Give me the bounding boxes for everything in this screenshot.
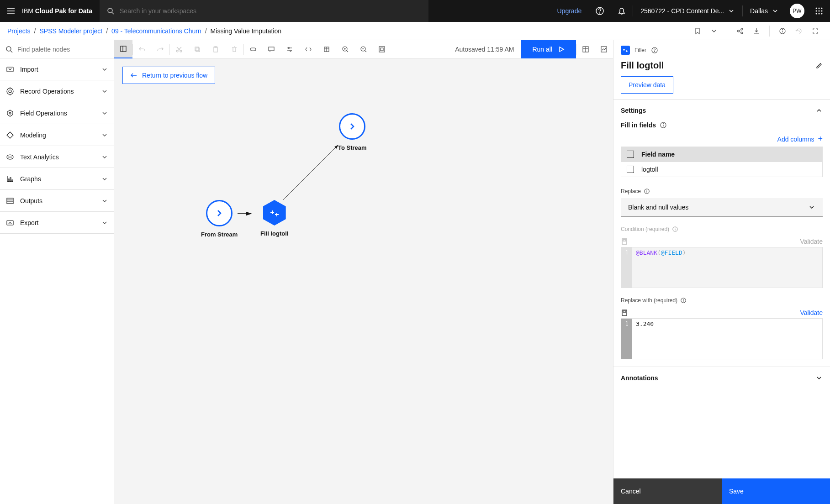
palette-outputs[interactable]: Outputs xyxy=(0,190,114,212)
global-search[interactable] xyxy=(100,0,428,22)
svg-point-24 xyxy=(6,47,11,51)
download-icon[interactable] xyxy=(749,24,764,38)
palette-search[interactable] xyxy=(0,40,114,58)
chevron-down-icon[interactable] xyxy=(707,24,721,38)
help-icon[interactable] xyxy=(589,0,611,22)
cancel-button[interactable]: Cancel xyxy=(613,478,722,504)
zoom-in-icon[interactable] xyxy=(336,40,354,58)
edit-icon[interactable] xyxy=(815,62,823,69)
palette-text-analytics[interactable]: Text Analytics xyxy=(0,146,114,168)
palette-graphs[interactable]: Graphs xyxy=(0,168,114,190)
properties-panel: Filler Fill logtoll Preview data Setting… xyxy=(613,40,830,504)
cut-icon[interactable] xyxy=(170,40,188,58)
filler-badge-icon xyxy=(621,46,630,55)
annotations-section-header[interactable]: Annotations xyxy=(621,374,823,382)
info-icon[interactable] xyxy=(660,121,667,129)
field-table: Field name logtoll xyxy=(621,147,823,177)
breadcrumb-projects[interactable]: Projects xyxy=(7,27,31,35)
palette-search-input[interactable] xyxy=(17,46,108,53)
replace-select[interactable]: Blank and null values xyxy=(621,198,823,217)
supernode-icon[interactable] xyxy=(244,40,262,58)
svg-marker-31 xyxy=(7,110,13,116)
search-input[interactable] xyxy=(120,7,421,15)
svg-rect-73 xyxy=(381,48,383,51)
info-icon[interactable] xyxy=(680,297,687,304)
node-from-stream[interactable]: From Stream xyxy=(201,200,238,238)
svg-rect-55 xyxy=(250,48,256,51)
menu-icon[interactable] xyxy=(0,0,22,22)
notifications-icon[interactable] xyxy=(611,0,633,22)
breadcrumb-telecom-churn[interactable]: 09 - Telecommunications Churn xyxy=(111,27,201,35)
preview-data-button[interactable]: Preview data xyxy=(621,76,673,94)
svg-point-10 xyxy=(816,10,817,12)
palette: Import Record Operations Field Operation… xyxy=(0,40,114,504)
palette-export[interactable]: Export xyxy=(0,212,114,234)
palette-import[interactable]: Import xyxy=(0,58,114,80)
help-icon[interactable] xyxy=(651,47,658,54)
apps-icon[interactable] xyxy=(808,0,830,22)
svg-rect-52 xyxy=(196,48,200,52)
info-icon[interactable] xyxy=(775,24,790,38)
data-icon[interactable] xyxy=(317,40,336,58)
global-header: IBM Cloud Pak for Data Upgrade 2560722 -… xyxy=(0,0,830,22)
save-button[interactable]: Save xyxy=(722,478,830,504)
row-checkbox[interactable] xyxy=(627,166,634,173)
svg-line-19 xyxy=(739,30,741,31)
info-icon[interactable] xyxy=(644,188,650,194)
node-fill-logtoll[interactable]: Fill logtoll xyxy=(260,200,288,237)
svg-marker-33 xyxy=(7,132,13,138)
validate-link[interactable]: Validate xyxy=(800,309,823,316)
history-icon[interactable] xyxy=(792,24,806,38)
upgrade-link[interactable]: Upgrade xyxy=(550,7,589,15)
delete-icon[interactable] xyxy=(225,40,243,58)
region-menu[interactable]: Dallas xyxy=(743,7,786,15)
svg-point-17 xyxy=(741,28,743,30)
node-to-stream[interactable]: To Stream xyxy=(338,113,367,151)
svg-point-23 xyxy=(782,29,783,30)
panel-title: Fill logtoll xyxy=(621,60,664,71)
redo-icon[interactable] xyxy=(151,40,169,58)
select-all-checkbox[interactable] xyxy=(627,151,634,158)
svg-line-70 xyxy=(365,51,366,52)
return-button[interactable]: Return to previous flow xyxy=(122,67,215,84)
fullscreen-icon[interactable] xyxy=(808,24,823,38)
breadcrumb: Projects / SPSS Modeler project / 09 - T… xyxy=(0,22,830,40)
comment-icon[interactable] xyxy=(262,40,280,58)
workspace-menu[interactable]: 2560722 - CPD Content De... xyxy=(633,7,742,15)
calculator-icon[interactable] xyxy=(621,309,628,316)
zoom-out-icon[interactable] xyxy=(354,40,373,58)
settings-icon[interactable] xyxy=(280,40,299,58)
code-icon[interactable] xyxy=(299,40,317,58)
avatar[interactable]: PW xyxy=(790,4,804,18)
undo-icon[interactable] xyxy=(133,40,151,58)
svg-rect-53 xyxy=(214,47,217,52)
palette-field-ops[interactable]: Field Operations xyxy=(0,102,114,124)
panel-table-icon[interactable] xyxy=(576,40,595,58)
svg-point-95 xyxy=(663,124,664,124)
svg-point-18 xyxy=(741,32,743,34)
table-row[interactable]: logtoll xyxy=(621,162,822,177)
bookmark-icon[interactable] xyxy=(690,24,705,38)
copy-icon[interactable] xyxy=(188,40,206,58)
svg-rect-38 xyxy=(8,179,9,182)
brand: IBM Cloud Pak for Data xyxy=(22,7,100,15)
settings-section-header[interactable]: Settings xyxy=(621,107,823,114)
svg-point-27 xyxy=(7,88,13,94)
breadcrumb-spss-project[interactable]: SPSS Modeler project xyxy=(39,27,102,35)
fit-icon[interactable] xyxy=(373,40,391,58)
share-icon[interactable] xyxy=(733,24,747,38)
svg-point-11 xyxy=(819,10,820,12)
svg-rect-44 xyxy=(7,220,13,225)
svg-point-28 xyxy=(9,90,11,93)
palette-modeling[interactable]: Modeling xyxy=(0,124,114,146)
palette-record-ops[interactable]: Record Operations xyxy=(0,80,114,102)
panel-chart-icon[interactable] xyxy=(595,40,613,58)
svg-line-4 xyxy=(112,12,114,14)
paste-icon[interactable] xyxy=(206,40,225,58)
add-columns-link[interactable]: Add columns + xyxy=(621,134,823,144)
svg-rect-26 xyxy=(7,67,13,72)
run-all-button[interactable]: Run all xyxy=(521,40,576,58)
replace-with-editor[interactable]: 1 3.240 xyxy=(621,318,823,359)
flow-canvas[interactable]: Return to previous flow From Stream Fill… xyxy=(114,58,613,504)
palette-toggle-icon[interactable] xyxy=(114,40,132,58)
